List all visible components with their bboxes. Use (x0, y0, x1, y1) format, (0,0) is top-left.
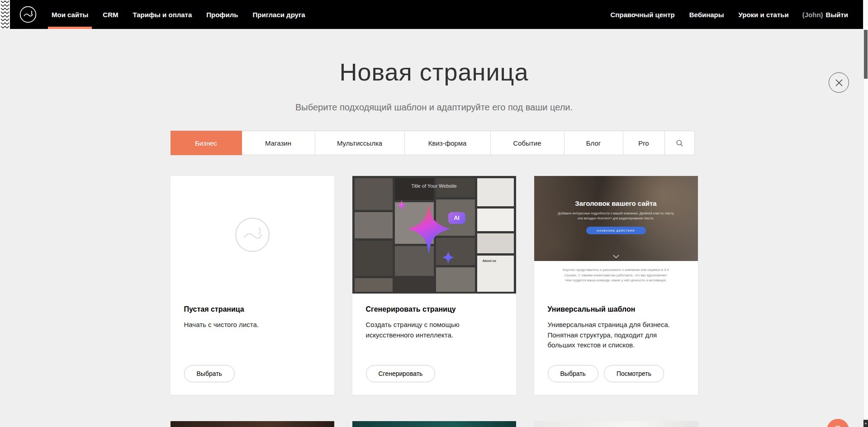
nav-item-label: Профиль (206, 11, 238, 19)
ai-sparkle-small-icon (396, 199, 408, 211)
collage-site-title: Title of Your Website (352, 183, 516, 189)
generate-button[interactable]: Сгенерировать (366, 365, 436, 382)
tab-label: Мультиссылка (337, 139, 382, 147)
tab-label: Pro (638, 139, 649, 147)
page-title: Новая страница (0, 58, 868, 86)
collage-about-label: About us (483, 259, 496, 262)
preview-body: Коротко представьтесь и расскажите о ком… (534, 261, 698, 294)
template-card-partial[interactable] (534, 421, 698, 427)
tab-event[interactable]: Событие (490, 131, 564, 155)
ai-collage-preview: Title of Your Website About us AI (352, 176, 516, 294)
preview-heading: Заголовок вашего сайта (575, 199, 656, 207)
ai-sparkle-small-icon (441, 250, 455, 265)
navbar-main-menu: Мои сайты CRM Тарифы и оплата Профиль Пр… (44, 0, 313, 29)
blank-preview (171, 176, 334, 294)
logout-link[interactable]: (John) Выйти (796, 0, 854, 29)
nav-item-label: Вебинары (689, 11, 724, 19)
logout-label: Выйти (826, 11, 848, 19)
search-icon (676, 139, 683, 147)
collage-tile (355, 212, 393, 238)
preview-body-text: Коротко представьтесь и расскажите о ком… (562, 267, 670, 294)
nav-item-label: Мои сайты (52, 11, 88, 19)
tab-blog[interactable]: Блог (564, 131, 623, 155)
partial-preview (534, 421, 698, 427)
tab-label: Событие (513, 139, 541, 147)
close-icon (835, 79, 843, 87)
active-tab-indicator (48, 27, 92, 29)
nav-item-pricing[interactable]: Тарифы и оплата (125, 0, 199, 29)
template-category-tabs: Бизнес Магазин Мультиссылка Квиз-форма С… (171, 131, 698, 155)
scrollbar-thumb[interactable] (864, 30, 868, 79)
scrollbar[interactable]: ▼ (863, 0, 868, 427)
nav-item-profile[interactable]: Профиль (199, 0, 245, 29)
nav-item-help-center[interactable]: Справочный центр (603, 0, 682, 29)
page-subtitle: Выберите подходящий шаблон и адаптируйте… (0, 102, 868, 113)
nav-item-label: Уроки и статьи (739, 11, 789, 19)
collage-tile (477, 209, 514, 231)
tab-multilink[interactable]: Мультиссылка (315, 131, 405, 155)
preview-hero: Заголовок вашего сайта Добавьте интересн… (534, 176, 698, 261)
template-card-universal: Заголовок вашего сайта Добавьте интересн… (534, 176, 698, 395)
template-grid: Пустая страница Начать с чистого листа. … (171, 176, 698, 427)
ai-badge: AI (448, 212, 465, 224)
navbar-secondary-menu: Справочный центр Вебинары Уроки и статьи… (603, 0, 868, 29)
collage-tile (395, 278, 434, 292)
card-description: Начать с чистого листа. (184, 320, 321, 330)
collage-tile (436, 267, 475, 292)
tab-label: Блог (586, 139, 601, 147)
photo-collage: Title of Your Website About us AI (352, 176, 516, 294)
tilda-watermark-icon (234, 216, 271, 253)
tab-store[interactable]: Магазин (242, 131, 315, 155)
card-title: Сгенерировать страницу (366, 305, 503, 313)
template-card-partial[interactable] (352, 421, 516, 427)
nav-item-lessons[interactable]: Уроки и статьи (731, 0, 796, 29)
collage-tile (477, 233, 514, 253)
chevron-down-icon (613, 255, 619, 258)
tilda-logo[interactable] (19, 0, 37, 29)
choose-button[interactable]: Выбрать (548, 365, 598, 382)
nav-item-label: Тарифы и оплата (133, 11, 192, 19)
card-description: Универсальная страница для бизнеса. Поня… (548, 320, 684, 351)
card-title: Универсальный шаблон (548, 305, 684, 313)
tab-label: Квиз-форма (428, 139, 467, 147)
nav-item-webinars[interactable]: Вебинары (682, 0, 731, 29)
user-name: (John) (802, 11, 823, 19)
card-title: Пустая страница (184, 305, 321, 313)
close-button[interactable] (829, 72, 849, 93)
preview-button[interactable]: Посмотреть (604, 365, 664, 382)
nav-item-invite-friend[interactable]: Пригласи друга (245, 0, 312, 29)
top-navbar: Мои сайты CRM Тарифы и оплата Профиль Пр… (0, 0, 868, 29)
tab-search[interactable] (664, 131, 695, 155)
template-card-ai-generate: Title of Your Website About us AI (352, 176, 516, 395)
help-button[interactable]: ? (827, 419, 849, 427)
template-card-partial[interactable] (171, 421, 334, 427)
ai-sparkle-icon (402, 202, 455, 256)
collage-tile (395, 178, 434, 200)
tab-quiz-form[interactable]: Квиз-форма (404, 131, 491, 155)
zigzag-decoration-icon (0, 0, 10, 29)
tab-label: Магазин (265, 139, 291, 147)
partial-preview (352, 421, 516, 427)
tab-business[interactable]: Бизнес (171, 131, 242, 155)
universal-preview: Заголовок вашего сайта Добавьте интересн… (534, 176, 698, 294)
nav-item-crm[interactable]: CRM (95, 0, 125, 29)
tab-label: Бизнес (195, 139, 217, 147)
choose-button[interactable]: Выбрать (184, 365, 235, 382)
tab-pro[interactable]: Pro (623, 131, 665, 155)
nav-item-label: Пригласи друга (252, 11, 305, 19)
preview-subtext: Добавьте интересные подробности о вашей … (555, 211, 677, 221)
scroll-down-arrow-icon[interactable]: ▼ (863, 420, 868, 427)
collage-tile (355, 278, 393, 292)
nav-item-label: Справочный центр (610, 11, 674, 19)
nav-item-label: CRM (103, 11, 118, 19)
preview-cta-button: НАЗВАНИЕ ДЕЙСТВИЯ (586, 227, 646, 234)
nav-item-my-sites[interactable]: Мои сайты (44, 0, 95, 29)
template-card-blank: Пустая страница Начать с чистого листа. … (171, 176, 334, 395)
collage-tile (477, 178, 514, 206)
card-description: Создать страницу с помощью искусственног… (366, 320, 503, 340)
new-page-dialog: Новая страница Выберите подходящий шабло… (0, 58, 868, 427)
collage-tile (355, 241, 393, 276)
partial-preview (171, 421, 334, 427)
